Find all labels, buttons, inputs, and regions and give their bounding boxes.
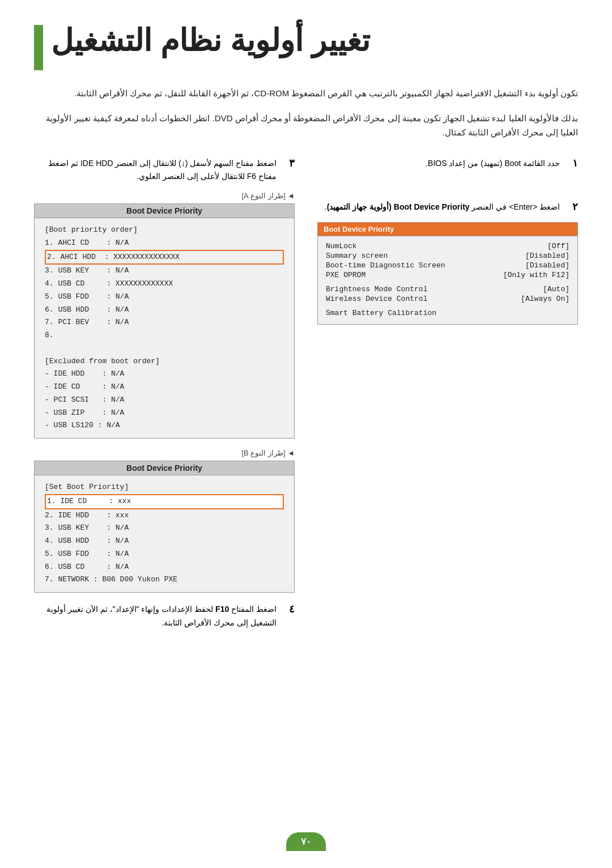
bios-info-val-wireless: [Always On]	[521, 295, 570, 303]
page-title-section: تغيير أولوية نظام التشغيل	[34, 23, 578, 70]
bios-info-val-pxe: [Only with F12]	[503, 271, 570, 279]
bios-box-b: Boot Device Priority [Set Boot Priority]…	[34, 461, 295, 593]
step1-text: حدد القائمة Boot (تمهيد) من إعداد BIOS.	[426, 157, 560, 171]
bios-a-excl-1: - IDE HDD : N/A	[45, 368, 284, 381]
bios-info-row-battery: Smart Battery Calibration	[326, 309, 570, 317]
right-column: ١ حدد القائمة Boot (تمهيد) من إعداد BIOS…	[306, 157, 578, 638]
bios-a-row-7: 7. PCI BEV : N/A	[45, 316, 284, 329]
step1-block: ١ حدد القائمة Boot (تمهيد) من إعداد BIOS…	[317, 157, 578, 171]
spacer-1	[317, 178, 578, 201]
bios-a-excl-2: - IDE CD : N/A	[45, 381, 284, 394]
bios-info-label-bootdiag: Boot-time Diagnostic Screen	[326, 261, 445, 270]
bios-a-row-2-highlight: 2. AHCI HDD : XXXXXXXXXXXXXXX	[45, 250, 284, 265]
bios-box-b-title: Boot Device Priority	[35, 461, 294, 475]
bios-info-row-bootdiag: Boot-time Diagnostic Screen [Disabled]	[326, 261, 570, 270]
step2-block: ٢ اضغط <Enter> في العنصر Boot Device Pri…	[317, 201, 578, 214]
bios-a-row-4: 4. USB CD : XXXXXXXXXXXXX	[45, 278, 284, 291]
bios-info-title: Boot Device Priority	[318, 223, 577, 236]
step1-number: ١	[566, 157, 578, 169]
bios-a-section2-header: [Excluded from boot order]	[45, 355, 284, 368]
bios-a-row-3: 3. USB KEY : N/A	[45, 265, 284, 278]
bios-box-a: Boot Device Priority [Boot priority orde…	[34, 203, 295, 439]
bios-a-row-8: 8.	[45, 329, 284, 342]
bios-a-row-5: 5. USB FDD : N/A	[45, 291, 284, 304]
bios-b-row-4: 4. USB HDD : N/A	[45, 535, 284, 548]
bios-info-label-wireless: Wireless Device Control	[326, 295, 427, 303]
page-number-section: ٧٠	[286, 832, 326, 851]
bios-a-section1-header: [Boot priority order]	[45, 224, 284, 237]
left-column: ٣ اضغط مفتاح السهم لأسفل (↓) للانتقال إل…	[34, 157, 306, 638]
bios-info-label-pxe: PXE OPROM	[326, 271, 366, 279]
bios-info-label-numlock: NumLock	[326, 242, 357, 250]
bios-box-a-body: [Boot priority order] 1. AHCI CD : N/A 2…	[35, 218, 294, 438]
bios-b-row-6: 6. USB CD : N/A	[45, 561, 284, 574]
bios-info-label-brightness: Brightness Mode Control	[326, 285, 427, 293]
step3-block: ٣ اضغط مفتاح السهم لأسفل (↓) للانتقال إل…	[34, 157, 295, 184]
bios-b-row-3: 3. USB KEY : N/A	[45, 522, 284, 535]
step2-number: ٢	[566, 201, 578, 213]
bios-a-excl-4: - USB ZIP : N/A	[45, 407, 284, 420]
bios-info-row-summary: Summary screen [Disabled]	[326, 252, 570, 260]
bios-info-val-numlock: [Off]	[547, 242, 570, 250]
bios-info-val-bootdiag: [Disabled]	[525, 261, 570, 270]
bios-info-row-brightness: Brightness Mode Control [Auto]	[326, 285, 570, 293]
page-number-badge: ٧٠	[286, 832, 326, 851]
bios-info-row-wireless: Wireless Device Control [Always On]	[326, 295, 570, 303]
bios-info-row-pxe: PXE OPROM [Only with F12]	[326, 271, 570, 279]
bios-box-a-title: Boot Device Priority	[35, 204, 294, 218]
page-title: تغيير أولوية نظام التشغيل	[51, 23, 370, 58]
bios-b-section1-header: [Set Boot Priority]	[45, 481, 284, 494]
type-a-label: ◄ [طراز النوع A]	[34, 192, 295, 200]
bios-info-row-numlock: NumLock [Off]	[326, 242, 570, 250]
intro-paragraph-1: تكون أولوية بدء التشغيل الافتراضية لجهاز…	[34, 86, 578, 101]
bios-info-label-summary: Summary screen	[326, 252, 388, 260]
step3-text: اضغط مفتاح السهم لأسفل (↓) للانتقال إلى …	[34, 157, 277, 184]
bios-info-spacer-1	[326, 280, 570, 285]
bios-info-spacer-2	[326, 304, 570, 309]
step2-text: اضغط <Enter> في العنصر Boot Device Prior…	[325, 201, 560, 214]
bios-info-box: Boot Device Priority NumLock [Off] Summa…	[317, 222, 578, 325]
bios-a-excl-3: - PCI SCSI : N/A	[45, 394, 284, 407]
main-content: ٣ اضغط مفتاح السهم لأسفل (↓) للانتقال إل…	[34, 157, 578, 638]
bios-box-b-body: [Set Boot Priority] 1. IDE CD : xxx 2. I…	[35, 475, 294, 592]
bios-info-val-summary: [Disabled]	[525, 252, 570, 260]
bios-a-row-2: 2. AHCI HDD : XXXXXXXXXXXXXXX	[45, 250, 284, 265]
bios-a-row-1: 1. AHCI CD : N/A	[45, 237, 284, 250]
bios-info-val-brightness: [Auto]	[543, 285, 570, 293]
step4-block: ٤ اضغط المفتاح F10 لحفظ الإعدادات وإنهاء…	[34, 603, 295, 630]
type-b-label: ◄ [طراز النوع B]	[34, 449, 295, 457]
step3-number: ٣	[282, 157, 295, 169]
green-accent-bar	[34, 25, 43, 70]
bios-b-row-2: 2. IDE HDD : xxx	[45, 509, 284, 522]
bios-a-excl-5: - USB LS120 : N/A	[45, 419, 284, 432]
bios-b-row-5: 5. USB FDD : N/A	[45, 548, 284, 561]
bios-b-row-1-highlight: 1. IDE CD : xxx	[45, 494, 284, 509]
bios-b-row-1: 1. IDE CD : xxx	[45, 494, 284, 509]
bios-a-row-6: 6. USB HDD : N/A	[45, 304, 284, 317]
step4-number: ٤	[282, 603, 295, 615]
bios-b-row-7: 7. NETWORK : B06 D00 Yukon PXE	[45, 573, 284, 586]
bios-info-label-battery: Smart Battery Calibration	[326, 309, 436, 317]
step4-text: اضغط المفتاح F10 لحفظ الإعدادات وإنهاء "…	[34, 603, 277, 630]
bios-info-body: NumLock [Off] Summary screen [Disabled] …	[318, 236, 577, 324]
intro-paragraph-2: بذلك فالأولوية العليا لبدء تشغيل الجهاز …	[34, 111, 578, 140]
